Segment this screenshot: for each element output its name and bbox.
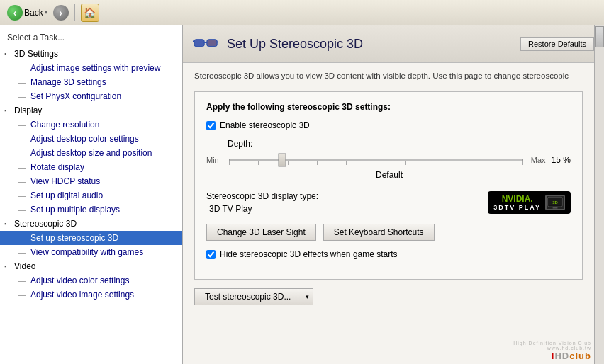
tree-dash: — [18, 191, 26, 200]
slider-min-label: Min [206, 156, 223, 164]
hide-effects-label: Hide stereoscopic 3D effects when game s… [220, 249, 398, 259]
sidebar-group-3d-settings[interactable]: ▪ 3D Settings [0, 47, 182, 61]
tree-dash: — [18, 205, 26, 214]
stereoscopic-icon [193, 31, 218, 57]
sidebar-item-manage-3d[interactable]: — Manage 3D settings [0, 75, 182, 89]
content-header: Set Up Stereoscopic 3D Restore Defaults [183, 25, 604, 63]
sidebar-item-label: Rotate display [30, 162, 84, 172]
slider-ticks [229, 161, 523, 165]
scrollbar-track [594, 25, 604, 364]
depth-slider-container [229, 153, 523, 167]
sidebar-item-label: Adjust image settings with preview [30, 63, 160, 73]
sidebar-item-hdcp[interactable]: — View HDCP status [0, 174, 182, 188]
back-circle: ‹ [7, 5, 23, 21]
content-description: Stereoscopic 3D allows you to view 3D co… [194, 70, 583, 81]
content-area: Set Up Stereoscopic 3D Restore Defaults … [183, 25, 604, 364]
sidebar-item-multiple-displays[interactable]: — Set up multiple displays [0, 203, 182, 217]
hide-effects-checkbox-row: Hide stereoscopic 3D effects when game s… [206, 249, 571, 259]
sidebar-group-display[interactable]: ▪ Display [0, 103, 182, 118]
sidebar-item-label: Adjust desktop size and position [30, 148, 152, 158]
tree-dash: — [18, 234, 26, 242]
watermark-line2: www.hd.club.tw [513, 346, 591, 351]
depth-slider-thumb[interactable] [278, 154, 286, 167]
test-dropdown-arrow[interactable]: ▾ [301, 288, 313, 305]
tree-dash: — [18, 163, 26, 171]
sidebar-item-compatibility[interactable]: — View compatibility with games [0, 245, 182, 259]
sidebar-item-adjust-image[interactable]: — Adjust image settings with preview [0, 61, 182, 75]
svg-rect-10 [553, 207, 558, 209]
slider-tick [258, 161, 259, 165]
svg-rect-6 [208, 40, 217, 46]
sidebar-item-label: Change resolution [30, 120, 99, 130]
expand-icon: ▪ [4, 263, 13, 270]
expand-icon: ▪ [4, 50, 13, 57]
tree-dash: — [18, 64, 26, 72]
sidebar-item-video-color[interactable]: — Adjust video color settings [0, 273, 182, 288]
test-stereoscopic-button[interactable]: Test stereoscopic 3D... [194, 288, 301, 305]
back-dropdown-arrow: ▾ [45, 9, 47, 16]
sidebar-item-change-resolution[interactable]: — Change resolution [0, 118, 182, 132]
toolbar: ‹ Back ▾ › 🏠 [0, 0, 604, 25]
default-label: Default [228, 170, 528, 180]
group-3d-settings: ▪ 3D Settings — Adjust image settings wi… [0, 47, 182, 103]
back-button[interactable]: ‹ Back ▾ [4, 4, 50, 22]
group-label-display: Display [14, 106, 42, 115]
group-label-stereoscopic: Stereoscopic 3D [14, 219, 77, 229]
change-laser-sight-button[interactable]: Change 3D Laser Sight [206, 224, 316, 241]
tree-dash: — [18, 290, 26, 299]
sidebar-header: Select a Task... [0, 28, 182, 47]
nvidia-logo-text: NVIDIA. [502, 194, 533, 204]
slider-tick [346, 161, 347, 165]
depth-label: Depth: [206, 139, 571, 149]
depth-section: Depth: Min [206, 139, 571, 180]
sidebar-item-label: View compatibility with games [30, 247, 143, 257]
group-label-video: Video [14, 261, 35, 271]
sidebar-item-rotate[interactable]: — Rotate display [0, 160, 182, 174]
enable-stereoscopic-checkbox[interactable] [206, 121, 216, 130]
sidebar-item-label: Adjust video color settings [30, 275, 129, 285]
group-stereoscopic: ▪ Stereoscopic 3D — Set up stereoscopic … [0, 217, 182, 259]
svg-rect-5 [195, 40, 204, 46]
watermark-logo-hd: HD [554, 351, 569, 361]
sidebar-item-digital-audio[interactable]: — Set up digital audio [0, 188, 182, 203]
sidebar-item-desktop-color[interactable]: — Adjust desktop color settings [0, 132, 182, 146]
watermark-line1: High Definition Vision Club [513, 341, 591, 346]
nvidia-badge: NVIDIA. 3DTV PLAY 3D [488, 191, 571, 214]
tree-dash: — [18, 78, 26, 86]
scrollbar-thumb[interactable] [595, 26, 604, 47]
slider-tick [435, 161, 435, 165]
tree-dash: — [18, 177, 26, 186]
slider-tick [493, 161, 493, 165]
sidebar-item-label: View HDCP status [30, 176, 100, 186]
hide-effects-checkbox[interactable] [206, 250, 216, 259]
expand-icon: ▪ [4, 107, 13, 114]
sidebar-item-physx[interactable]: — Set PhysX configuration [0, 89, 182, 103]
sidebar-group-stereoscopic[interactable]: ▪ Stereoscopic 3D [0, 217, 182, 231]
test-row: Test stereoscopic 3D... ▾ [194, 288, 583, 305]
display-type-label: Stereoscopic 3D display type: [206, 191, 476, 201]
settings-box: Apply the following stereoscopic 3D sett… [194, 91, 583, 280]
group-video: ▪ Video — Adjust video color settings — … [0, 259, 182, 302]
expand-icon: ▪ [4, 220, 13, 227]
display-type-value: 3D TV Play [206, 204, 476, 214]
restore-defaults-button[interactable]: Restore Defaults [520, 37, 594, 51]
forward-button[interactable]: › [53, 5, 69, 21]
sidebar-item-label: Set up digital audio [30, 190, 103, 200]
group-label-3d-settings: 3D Settings [14, 49, 58, 59]
sidebar-item-desktop-size[interactable]: — Adjust desktop size and position [0, 146, 182, 160]
tree-dash: — [18, 149, 26, 157]
set-keyboard-shortcuts-button[interactable]: Set Keyboard Shortcuts [323, 224, 435, 241]
watermark-logo-club: club [569, 351, 591, 361]
sidebar-item-label: Manage 3D settings [30, 77, 106, 87]
main-layout: Select a Task... ▪ 3D Settings — Adjust … [0, 25, 604, 364]
sidebar-item-label: Adjust desktop color settings [30, 134, 139, 144]
slider-tick [229, 161, 230, 165]
sidebar-item-video-image[interactable]: — Adjust video image settings [0, 288, 182, 302]
group-display: ▪ Display — Change resolution — Adjust d… [0, 103, 182, 217]
sidebar-item-setup-stereoscopic[interactable]: — Set up stereoscopic 3D [0, 231, 182, 245]
nvidia-sub-text: 3DTV PLAY [493, 204, 541, 211]
depth-value: 15 % [552, 155, 571, 165]
home-button[interactable]: 🏠 [81, 4, 99, 22]
sidebar-group-video[interactable]: ▪ Video [0, 259, 182, 273]
sidebar-item-label: Set up stereoscopic 3D [30, 233, 118, 243]
